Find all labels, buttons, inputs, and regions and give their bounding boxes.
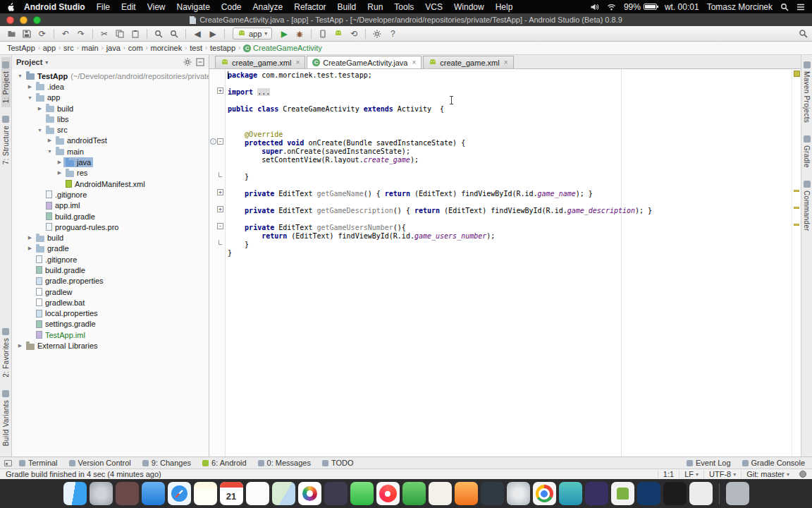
tool-window-button-gradle-console[interactable]: Gradle Console <box>742 459 805 467</box>
breadcrumb-item-java[interactable]: java <box>106 44 121 52</box>
git-branch[interactable]: Git: master▾ <box>741 470 794 478</box>
dock-icon-finder[interactable] <box>63 482 87 505</box>
paste-icon[interactable] <box>128 28 142 40</box>
dock-icon-pages[interactable] <box>429 482 452 505</box>
warning-mark[interactable] <box>794 207 799 209</box>
settings-gear-icon[interactable] <box>183 58 192 66</box>
tree-arrow-icon[interactable]: ▼ <box>16 73 24 78</box>
replace-icon[interactable] <box>167 28 181 40</box>
tab-create-game.xml[interactable]: create_game.xml× <box>423 56 513 68</box>
tree-arrow-icon[interactable]: ▼ <box>46 149 54 154</box>
tool-button-commander[interactable]: Commander <box>802 176 811 236</box>
dock-icon-calendar[interactable]: 21 <box>220 482 243 505</box>
tool-window-title[interactable]: Project <box>16 58 42 66</box>
tool-window-button-0-messages[interactable]: 0: Messages <box>258 459 311 467</box>
close-icon[interactable]: × <box>412 59 416 66</box>
breadcrumb-item-morcinek[interactable]: morcinek <box>151 44 183 52</box>
tree-item-testapp.iml[interactable]: TestApp.iml <box>12 329 209 340</box>
battery-indicator[interactable]: 99% <box>624 2 657 12</box>
search-everywhere-icon[interactable] <box>799 29 808 38</box>
tree-item-androidmanifest.xml[interactable]: AndroidManifest.xml <box>12 179 209 189</box>
tool-window-button-terminal[interactable]: Terminal <box>19 459 58 467</box>
tree-item-build.gradle[interactable]: build.gradle <box>12 211 209 222</box>
volume-icon[interactable] <box>590 4 599 11</box>
dock-icon-notes[interactable] <box>194 482 217 505</box>
breadcrumb-item-src[interactable]: src <box>63 44 74 52</box>
line-separator[interactable]: LF▾ <box>679 470 703 478</box>
menu-tools[interactable]: Tools <box>388 2 419 12</box>
find-icon[interactable] <box>152 28 166 40</box>
dock-icon-eclipse[interactable] <box>585 482 608 505</box>
forward-icon[interactable]: ▶ <box>206 28 220 40</box>
tree-item-.idea[interactable]: ▶.idea <box>12 81 209 92</box>
inspection-indicator[interactable] <box>794 71 800 77</box>
fold-plus-icon[interactable]: + <box>217 206 223 212</box>
tree-item-src[interactable]: ▼src <box>12 124 209 135</box>
tool-button-1-project[interactable]: 1: Project <box>1 57 11 107</box>
tree-item-gradlew[interactable]: gradlew <box>12 286 209 297</box>
tree-arrow-icon[interactable]: ▶ <box>16 343 24 349</box>
breadcrumb-item-main[interactable]: main <box>82 44 99 52</box>
tree-arrow-icon[interactable]: ▶ <box>26 246 34 251</box>
dock-icon-itunes[interactable] <box>376 482 400 505</box>
back-icon[interactable]: ◀ <box>190 28 204 40</box>
apple-menu-icon[interactable] <box>7 2 16 12</box>
tree-item-app.iml[interactable]: app.iml <box>12 200 209 211</box>
dock-icon-intellij-idea[interactable] <box>637 482 660 505</box>
collapse-all-icon[interactable] <box>196 58 204 66</box>
tree-arrow-icon[interactable]: ▶ <box>26 235 34 241</box>
editor-body[interactable]: +-++-↑ package com.morcinek.test.testapp… <box>209 69 801 456</box>
copy-icon[interactable] <box>113 28 127 40</box>
warning-mark[interactable] <box>794 224 799 226</box>
tab-creategameactivity.java[interactable]: CCreateGameActivity.java× <box>307 56 422 68</box>
breadcrumb-item-app[interactable]: app <box>43 44 56 52</box>
tree-item-external-libraries[interactable]: ▶External Libraries <box>12 340 209 351</box>
tree-item-gradle[interactable]: ▶gradle <box>12 243 209 254</box>
cut-icon[interactable]: ✂ <box>97 28 111 40</box>
close-icon[interactable]: × <box>295 59 300 66</box>
override-icon[interactable]: ↑ <box>210 138 216 145</box>
fold-end-icon[interactable] <box>219 240 222 245</box>
dock-icon-system-preferences[interactable] <box>507 482 530 505</box>
breadcrumb-item-test[interactable]: test <box>190 44 202 52</box>
dock-icon-chrome[interactable] <box>533 482 556 505</box>
run-config-selector[interactable]: app▾ <box>233 28 272 40</box>
menu-build[interactable]: Build <box>332 2 362 12</box>
tree-arrow-icon[interactable]: ▶ <box>46 138 54 143</box>
tree-item-.gitignore[interactable]: .gitignore <box>12 189 209 200</box>
wifi-icon[interactable] <box>607 4 616 11</box>
caret-position[interactable]: 1:1 <box>658 470 679 478</box>
menu-edit[interactable]: Edit <box>116 2 142 12</box>
menu-view[interactable]: View <box>142 2 171 12</box>
breadcrumb-item-creategameactivity[interactable]: CCreateGameActivity <box>243 44 322 52</box>
tool-button-gradle[interactable]: Gradle <box>802 131 811 172</box>
help-icon[interactable]: ? <box>386 28 400 40</box>
tree-item-settings.gradle[interactable]: settings.gradle <box>12 319 209 329</box>
dock-icon-terminal[interactable] <box>663 482 687 505</box>
tree-item-build[interactable]: ▶build <box>12 103 209 114</box>
menu-refactor[interactable]: Refactor <box>288 2 331 12</box>
dock-icon-maps[interactable] <box>272 482 295 505</box>
run-icon[interactable]: ▶ <box>277 28 291 40</box>
tree-arrow-icon[interactable]: ▼ <box>26 95 34 100</box>
gradle-sync-icon[interactable]: ⟲ <box>347 28 361 40</box>
file-encoding[interactable]: UTF-8▾ <box>703 470 741 478</box>
tool-window-button-9-changes[interactable]: 9: Changes <box>142 459 191 467</box>
breadcrumb-item-testapp[interactable]: TestApp <box>7 44 35 52</box>
debug-icon[interactable] <box>293 28 307 40</box>
dock-icon-messages[interactable] <box>350 482 374 505</box>
fold-end-icon[interactable] <box>219 172 222 177</box>
menu-code[interactable]: Code <box>216 2 247 12</box>
close-icon[interactable]: × <box>504 59 508 66</box>
tool-window-button-version-control[interactable]: Version Control <box>69 459 131 467</box>
tool-button-2-favorites[interactable]: 2: Favorites <box>1 324 11 382</box>
open-icon[interactable] <box>4 28 18 40</box>
dock-icon-launchpad[interactable] <box>90 482 113 505</box>
tree-item-testapp[interactable]: ▼TestApp(~/Developer/android/repositorie… <box>12 71 209 81</box>
undo-icon[interactable]: ↶ <box>59 28 73 40</box>
window-titlebar[interactable]: CreateGameActivity.java - [app] - TestAp… <box>0 13 812 26</box>
tree-item-java[interactable]: ▶java <box>12 157 209 167</box>
inspector-icon[interactable] <box>799 471 806 478</box>
menu-analyze[interactable]: Analyze <box>247 2 289 12</box>
tree-item-gradle.properties[interactable]: gradle.properties <box>12 276 209 286</box>
